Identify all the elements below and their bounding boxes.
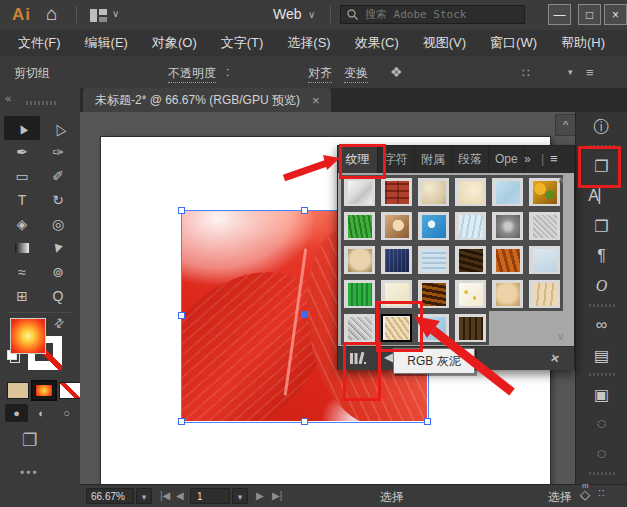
swatch-metal-knot[interactable] xyxy=(489,209,526,243)
swatch-ivory[interactable] xyxy=(378,277,415,311)
search-input[interactable] xyxy=(363,7,507,22)
eyedropper-tool[interactable]: ▼ xyxy=(40,236,76,260)
selection-tool[interactable]: ▲ xyxy=(4,116,40,140)
tab-overflow-icon[interactable]: » xyxy=(524,152,531,166)
panel-tab-1[interactable]: 字符 xyxy=(378,146,415,173)
document-tab[interactable]: 未标题-2* @ 66.67% (RGB/GPU 预览) × xyxy=(83,88,331,112)
next-page-button[interactable]: ▶ xyxy=(256,490,264,501)
last-page-button[interactable]: ▶| xyxy=(272,490,282,501)
chevron-down-icon[interactable]: ∨ xyxy=(112,8,119,19)
align-link[interactable]: 对齐 xyxy=(308,65,332,83)
none-button[interactable] xyxy=(59,382,81,399)
opentype-panel-icon[interactable]: O xyxy=(576,271,627,301)
links-panel-icon[interactable]: ∞ xyxy=(576,310,627,340)
swatch-green[interactable] xyxy=(341,277,378,311)
chevron-down-icon[interactable]: ∨ xyxy=(308,9,315,20)
menu-item-1[interactable]: 编辑(E) xyxy=(73,30,140,56)
panel-menu-icon[interactable]: ≡ xyxy=(550,151,558,166)
close-tab-icon[interactable]: × xyxy=(312,93,320,108)
delete-swatch-icon[interactable]: × xyxy=(549,349,560,366)
graphic-styles-panel-icon[interactable]: ❐ xyxy=(576,211,627,241)
swatch-red-brick[interactable] xyxy=(378,175,415,209)
chevron-down-icon[interactable]: ▾ xyxy=(568,67,573,77)
artboard-dropdown-icon[interactable]: ▾ xyxy=(232,488,248,504)
swatch-small-blue[interactable] xyxy=(415,311,452,345)
swatch-gray-speckle[interactable] xyxy=(526,209,563,243)
symbols-panel-icon[interactable]: ❐ xyxy=(576,151,627,181)
zoom-tool[interactable]: Q xyxy=(40,284,76,308)
swatch-stucco-rgb[interactable] xyxy=(378,311,415,345)
type-tool[interactable]: T xyxy=(4,188,40,212)
artboard-tool[interactable]: ⊞ xyxy=(4,284,40,308)
menu-item-2[interactable]: 对象(O) xyxy=(140,30,209,56)
symbol-sprayer-icon[interactable]: ◌ xyxy=(576,439,627,469)
gradient-button[interactable] xyxy=(33,382,55,399)
zoom-dropdown-icon[interactable]: ▾ xyxy=(136,488,152,504)
perspective-cube-icon[interactable]: m ◇ xyxy=(580,485,590,503)
select-similar-icon[interactable]: ❖ xyxy=(390,64,403,80)
menu-item-4[interactable]: 选择(S) xyxy=(275,30,342,56)
draw-normal-mode[interactable]: ● xyxy=(5,404,28,422)
swatch-parchment-2[interactable] xyxy=(526,277,563,311)
previous-library-icon[interactable]: ◀ xyxy=(384,350,393,364)
panel-tab-0[interactable]: 纹理 xyxy=(338,146,378,173)
rectangle-tool[interactable]: ▭ xyxy=(4,164,40,188)
selection-handle[interactable] xyxy=(178,207,185,214)
curvature-tool[interactable]: ✑ xyxy=(40,140,76,164)
selection-center-point[interactable] xyxy=(301,311,308,318)
width-tool[interactable]: ≈ xyxy=(4,260,40,284)
lasso-tool[interactable]: ◎ xyxy=(40,212,76,236)
swatch-scroll-up-icon[interactable]: ^ xyxy=(558,177,564,188)
menu-item-6[interactable]: 视图(V) xyxy=(411,30,478,56)
draw-behind-mode[interactable]: ◐ xyxy=(30,404,53,422)
settings-grid-icon[interactable]: ∷ xyxy=(522,66,530,80)
artboard-number-field[interactable]: 1 xyxy=(190,488,230,504)
swap-fill-stroke-icon[interactable]: ⇄ xyxy=(51,314,68,331)
swatch-blue-streaks[interactable] xyxy=(452,209,489,243)
swatch-parchment[interactable] xyxy=(415,175,452,209)
swatch-grass[interactable] xyxy=(341,209,378,243)
stock-search-box[interactable] xyxy=(340,5,525,24)
menu-item-0[interactable]: 文件(F) xyxy=(6,30,73,56)
panel-tab-3[interactable]: 段落 xyxy=(452,146,489,173)
gradient-tool[interactable] xyxy=(4,236,40,260)
appearance-panel-icon[interactable]: ▣ xyxy=(576,379,627,409)
selection-handle[interactable] xyxy=(424,418,431,425)
eraser-tool[interactable]: ◈ xyxy=(4,212,40,236)
brushes-panel-icon[interactable]: ◌ xyxy=(576,409,627,439)
swatch-scroll-down-icon[interactable]: v xyxy=(558,331,564,342)
first-page-button[interactable]: |◀ xyxy=(160,490,170,501)
swatch-libraries-icon[interactable] xyxy=(349,351,367,369)
swatch-dark-bark[interactable] xyxy=(452,243,489,277)
swatch-orange-bark[interactable] xyxy=(415,277,452,311)
swatch-tan-blob[interactable] xyxy=(378,209,415,243)
scroll-up-button[interactable]: ^ xyxy=(555,114,575,136)
selection-handle[interactable] xyxy=(301,207,308,214)
edit-toolbar-icon[interactable]: ••• xyxy=(20,466,39,480)
selection-handle[interactable] xyxy=(301,418,308,425)
opacity-link[interactable]: 不透明度 xyxy=(168,65,216,83)
color-button[interactable] xyxy=(7,382,29,399)
swatch-blue-weave[interactable] xyxy=(415,243,452,277)
zoom-level-field[interactable]: 66.67% xyxy=(86,488,134,504)
swatch-bread[interactable] xyxy=(489,277,526,311)
swatch-scroll[interactable] xyxy=(341,243,378,277)
swatch-soft-blue[interactable] xyxy=(526,243,563,277)
paragraph-panel-icon[interactable]: ¶ xyxy=(576,241,627,271)
home-icon[interactable]: ⌂ xyxy=(46,3,57,25)
swatch-light-blue[interactable] xyxy=(489,175,526,209)
collapse-tools-icon[interactable]: « xyxy=(5,92,10,104)
screen-mode-icon[interactable]: ❐ xyxy=(22,430,37,451)
panel-list-icon[interactable]: ≡ xyxy=(586,65,594,80)
direct-selection-tool[interactable]: △ xyxy=(40,116,76,140)
rotate-tool[interactable]: ↻ xyxy=(40,188,76,212)
swatch-white-marble[interactable] xyxy=(341,175,378,209)
maximize-button[interactable]: □ xyxy=(578,4,601,25)
workspace-switcher[interactable]: Web xyxy=(273,6,302,22)
selection-handle[interactable] xyxy=(178,312,185,319)
info-icon[interactable]: ⓘ xyxy=(576,112,627,142)
previous-page-button[interactable]: ◀ xyxy=(176,490,184,501)
tools-grip[interactable] xyxy=(26,101,56,105)
swatch-denim[interactable] xyxy=(378,243,415,277)
menu-item-7[interactable]: 窗口(W) xyxy=(478,30,549,56)
